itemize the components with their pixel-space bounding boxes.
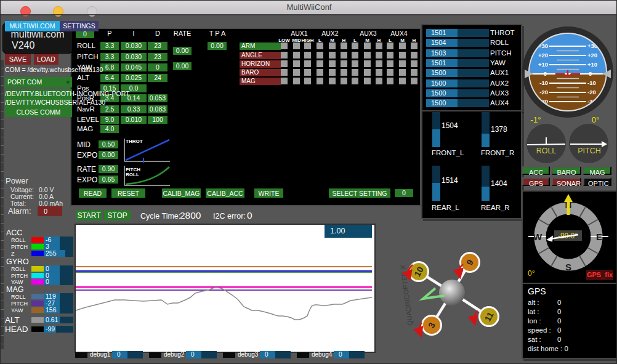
aux-checkbox[interactable] [329,52,336,59]
aux-checkbox[interactable] [399,69,406,76]
mode-angle[interactable]: ANGLE [240,52,281,59]
aux-checkbox[interactable] [364,60,371,67]
gyro-pitch-swatch [31,273,44,278]
sensor-gps-button[interactable]: GPS [522,177,550,186]
aux-checkbox[interactable] [376,78,382,84]
aux-checkbox[interactable] [364,52,371,59]
read-button[interactable]: READ [79,188,107,198]
aux-checkbox[interactable] [364,78,371,84]
svg-text:0: 0 [589,70,592,77]
aux-checkbox[interactable] [376,60,382,67]
aux-checkbox[interactable] [317,60,323,67]
sensor-sonar-button[interactable]: SONAR [552,177,581,186]
aux-checkbox[interactable] [281,42,288,49]
aux-checkbox[interactable] [341,52,347,59]
aux-checkbox[interactable] [281,69,288,76]
aux-checkbox[interactable] [411,78,417,84]
aux-checkbox[interactable] [399,60,406,67]
mid-value-box[interactable]: 0.50 [99,140,118,148]
aux-checkbox[interactable] [304,52,311,59]
aux-checkbox[interactable] [352,69,358,76]
aux-checkbox[interactable] [293,60,300,67]
close-comm-button[interactable]: CLOSE COMM [5,107,72,117]
mode-mag[interactable]: MAG [240,78,281,85]
aux-checkbox[interactable] [387,69,393,76]
aux-checkbox[interactable] [304,42,311,49]
aux-checkbox[interactable] [411,42,417,49]
aux-checkbox[interactable] [317,52,323,59]
stop-button[interactable]: STOP [104,210,131,220]
aux-checkbox[interactable] [364,42,371,49]
quadricopter-diagram: QUADRICOPTER X 10 9 3 11 [387,240,520,354]
aux-checkbox[interactable] [376,69,382,76]
mode-baro[interactable]: BARO [240,69,281,76]
aux-checkbox[interactable] [329,42,336,49]
select-setting-value[interactable]: 0 [395,189,413,197]
aux-checkbox[interactable] [293,42,300,49]
aux-checkbox[interactable] [399,52,406,59]
write-button[interactable]: WRITE [254,188,283,198]
aux-checkbox[interactable] [387,60,393,67]
graph-scale[interactable]: 1.00 [325,225,372,238]
sensor-mag-button[interactable]: MAG [583,166,611,175]
aux-checkbox[interactable] [281,78,288,84]
aux-checkbox[interactable] [399,42,406,49]
sensor-acc-button[interactable]: ACC [522,166,550,175]
expo-value-box[interactable]: 0.00 [99,151,118,159]
tab-multiwii-com[interactable]: MULTIWII.COM [5,21,60,31]
aux-checkbox[interactable] [387,52,393,59]
aux-checkbox[interactable] [293,69,300,76]
mode-horizon[interactable]: HORIZON [240,60,281,68]
aux-checkbox[interactable] [352,78,358,84]
aux-checkbox[interactable] [281,52,288,59]
aux-checkbox[interactable] [352,60,358,67]
aux-checkbox[interactable] [304,60,311,67]
sensor-baro-button[interactable]: BARO [552,166,581,175]
calib-acc-button[interactable]: CALIB_ACC [206,188,244,198]
reset-button[interactable]: RESET [111,188,145,198]
aux-checkbox[interactable] [376,52,382,59]
svg-text:-20: -20 [539,89,548,95]
aux-checkbox[interactable] [352,52,358,59]
expo2-value-box[interactable]: 0.65 [99,176,118,184]
aux-checkbox[interactable] [317,42,323,49]
mode-arm[interactable]: ARM [240,42,281,50]
aux-checkbox[interactable] [281,60,288,67]
aux-checkbox[interactable] [329,78,336,84]
aux-checkbox[interactable] [341,60,347,67]
aux-checkbox[interactable] [376,42,382,49]
aux-checkbox[interactable] [387,78,393,84]
alarm-value[interactable]: 0 [38,206,62,216]
port-com-dropdown[interactable]: PORT COM ▾ [5,77,72,87]
aux-checkbox[interactable] [387,42,393,49]
aux-checkbox[interactable] [411,69,417,76]
aux-checkbox[interactable] [304,78,311,84]
port-item-wchusbserial[interactable]: /DEV/TTY.WCHUSBSERIALFA130 [5,98,72,107]
aux-checkbox[interactable] [304,69,311,76]
aux-checkbox[interactable] [341,78,347,84]
calib-mag-button[interactable]: CALIB_MAG [162,188,201,198]
start-button[interactable]: START [76,210,102,220]
rate-value-box[interactable]: 0.90 [99,165,118,173]
aux-checkbox[interactable] [341,69,347,76]
aux-checkbox[interactable] [411,52,417,59]
aux-checkbox[interactable] [293,52,300,59]
save-button[interactable]: SAVE [5,54,31,65]
debug1-swatch [75,352,87,358]
aux-checkbox[interactable] [341,42,347,49]
aux-checkbox[interactable] [329,69,336,76]
aux-checkbox[interactable] [329,60,336,67]
sensor-optic-button[interactable]: OPTIC [583,177,611,186]
aux-checkbox[interactable] [317,69,323,76]
aux-checkbox[interactable] [317,78,323,84]
aux-checkbox[interactable] [352,42,358,49]
tab-settings[interactable]: SETTINGS [60,21,99,31]
load-button[interactable]: LOAD [34,54,58,65]
aux-checkbox[interactable] [293,78,300,84]
aux-checkbox[interactable] [399,78,406,84]
select-setting-button[interactable]: SELECT SETTING [329,188,390,198]
aux-checkbox[interactable] [411,60,417,67]
aux-checkbox[interactable] [364,69,371,76]
port-item-bluetooth[interactable]: /DEV/TTY.BLUETOOTH-INCOMING-PORT [5,89,72,98]
gps-lon-value: 0 [557,317,561,325]
